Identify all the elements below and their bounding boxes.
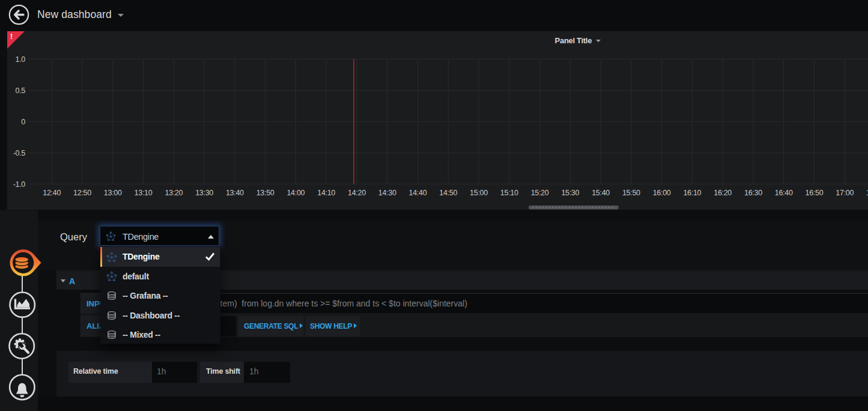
svg-text:-1.0: -1.0: [13, 180, 26, 189]
svg-text:16:50: 16:50: [806, 189, 824, 197]
svg-text:15:40: 15:40: [592, 189, 610, 197]
svg-text:14:20: 14:20: [348, 189, 366, 197]
svg-text:13:30: 13:30: [195, 189, 213, 197]
svg-text:13:50: 13:50: [256, 189, 275, 197]
svg-text:-0.5: -0.5: [13, 149, 26, 157]
svg-text:1.0: 1.0: [16, 55, 26, 64]
svg-text:14:30: 14:30: [378, 189, 396, 197]
svg-text:13:40: 13:40: [226, 189, 244, 197]
svg-text:15:10: 15:10: [500, 189, 518, 197]
svg-text:15:30: 15:30: [561, 189, 579, 197]
svg-text:14:00: 14:00: [287, 189, 305, 197]
svg-text:16:30: 16:30: [744, 189, 762, 197]
svg-text:13:10: 13:10: [135, 189, 153, 197]
svg-text:13:00: 13:00: [104, 189, 122, 197]
svg-text:14:50: 14:50: [439, 189, 457, 197]
svg-text:12:40: 12:40: [43, 189, 61, 197]
svg-text:0.5: 0.5: [16, 87, 26, 95]
svg-text:14:10: 14:10: [317, 189, 335, 197]
svg-text:15:50: 15:50: [622, 189, 640, 197]
svg-text:14:40: 14:40: [409, 189, 427, 197]
svg-text:16:20: 16:20: [714, 189, 732, 197]
svg-text:13:20: 13:20: [165, 189, 183, 197]
svg-text:17:00: 17:00: [836, 189, 854, 197]
svg-text:15:20: 15:20: [531, 189, 549, 197]
svg-text:16:40: 16:40: [775, 189, 793, 197]
svg-text:0: 0: [21, 118, 25, 126]
svg-text:12:50: 12:50: [73, 189, 91, 197]
svg-text:16:00: 16:00: [653, 189, 671, 197]
svg-text:16:10: 16:10: [683, 189, 701, 197]
svg-text:15:00: 15:00: [470, 189, 488, 197]
